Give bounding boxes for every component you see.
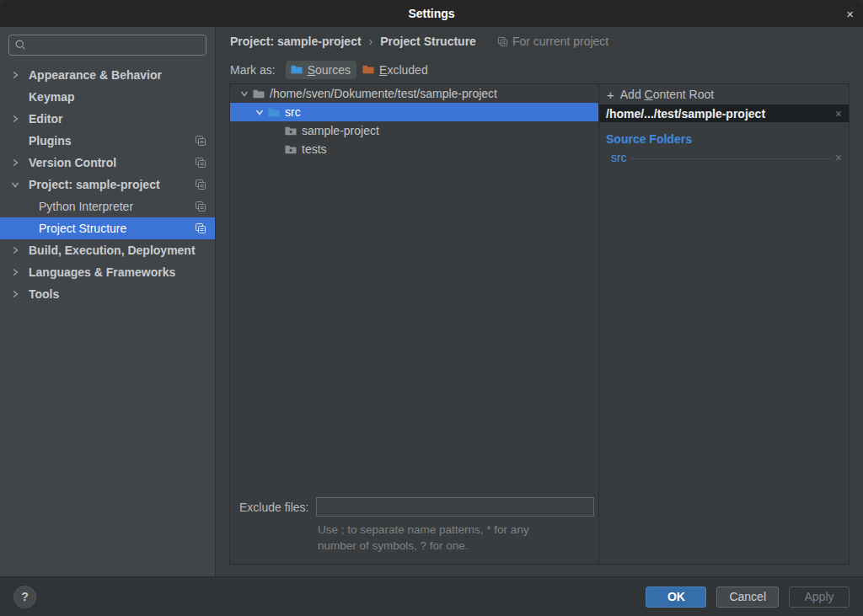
mark-as-label: Mark as: bbox=[230, 63, 276, 77]
per-project-settings-icon bbox=[195, 179, 206, 193]
per-project-settings-icon bbox=[497, 36, 508, 47]
folder-icon bbox=[284, 143, 297, 156]
content-root-details: + Add Content Root /home/.../test/sample… bbox=[599, 84, 849, 564]
sidebar-item-tools[interactable]: Tools bbox=[0, 283, 215, 305]
settings-dialog: Settings × Appearance & Behavior Keymap bbox=[0, 0, 863, 616]
folder-icon bbox=[284, 125, 297, 137]
sidebar-item-project-structure[interactable]: Project Structure bbox=[0, 217, 215, 239]
remove-content-root-icon[interactable]: × bbox=[835, 107, 842, 121]
sidebar-item-version-control[interactable]: Version Control bbox=[0, 152, 215, 174]
tree-row-tests[interactable]: tests bbox=[230, 140, 598, 158]
per-project-settings-icon bbox=[195, 222, 206, 237]
dialog-title: Settings bbox=[408, 7, 454, 20]
breadcrumb-page: Project Structure bbox=[380, 35, 476, 48]
settings-nav: Appearance & Behavior Keymap Editor Plug… bbox=[0, 64, 215, 305]
folder-icon bbox=[252, 88, 265, 100]
project-structure-panel: /home/sven/Dokumente/test/sample-project… bbox=[229, 83, 850, 565]
chevron-right-icon bbox=[11, 246, 29, 254]
help-button[interactable]: ? bbox=[13, 586, 36, 608]
tree-row-content-root[interactable]: /home/sven/Dokumente/test/sample-project bbox=[230, 84, 598, 103]
content-root-entry[interactable]: /home/.../test/sample-project × bbox=[599, 104, 849, 122]
exclude-files-label: Exclude files: bbox=[239, 501, 308, 514]
excluded-folder-icon bbox=[362, 63, 375, 76]
sidebar-item-keymap[interactable]: Keymap bbox=[0, 86, 215, 108]
exclude-files-hint: Use ; to separate name patterns, * for a… bbox=[230, 522, 598, 554]
dotted-leader bbox=[631, 158, 831, 159]
scope-indicator: For current project bbox=[497, 35, 608, 48]
per-project-settings-icon bbox=[195, 157, 206, 171]
search-input[interactable] bbox=[8, 35, 206, 56]
settings-sidebar: Appearance & Behavior Keymap Editor Plug… bbox=[0, 27, 216, 576]
mark-as-excluded-button[interactable]: Excluded bbox=[356, 61, 433, 79]
source-folder-name: src bbox=[611, 151, 627, 164]
settings-content: Project: sample-project › Project Struct… bbox=[216, 27, 863, 576]
chevron-down-icon bbox=[237, 89, 252, 98]
sidebar-item-build-execution-deployment[interactable]: Build, Execution, Deployment bbox=[0, 239, 215, 261]
chevron-right-icon bbox=[11, 71, 29, 79]
close-icon[interactable]: × bbox=[846, 0, 854, 27]
source-folders-header: Source Folders bbox=[599, 122, 849, 146]
source-folder-entry[interactable]: src × bbox=[599, 146, 849, 164]
mark-as-sources-button[interactable]: Sources bbox=[286, 61, 356, 79]
source-folder-icon bbox=[267, 106, 281, 119]
remove-source-folder-icon[interactable]: × bbox=[835, 151, 842, 164]
breadcrumb-project: Project: sample-project bbox=[230, 35, 362, 48]
chevron-right-icon bbox=[11, 158, 29, 167]
content-roots-tree: /home/sven/Dokumente/test/sample-project… bbox=[230, 84, 599, 564]
breadcrumb-separator-icon: › bbox=[369, 35, 373, 48]
chevron-right-icon bbox=[11, 268, 29, 276]
source-folder-icon bbox=[290, 63, 303, 76]
mark-as-toolbar: Mark as: Sources Excluded bbox=[216, 56, 863, 83]
sidebar-item-appearance-behavior[interactable]: Appearance & Behavior bbox=[0, 64, 215, 86]
sidebar-item-project-sample-project[interactable]: Project: sample-project bbox=[0, 174, 215, 196]
plus-icon: + bbox=[607, 88, 614, 102]
tree-row-sample-project[interactable]: sample-project bbox=[230, 121, 598, 140]
exclude-files-input[interactable] bbox=[316, 497, 594, 517]
apply-button[interactable]: Apply bbox=[789, 587, 850, 608]
scope-label: For current project bbox=[512, 35, 608, 48]
search-icon bbox=[14, 39, 27, 51]
breadcrumb: Project: sample-project › Project Struct… bbox=[216, 27, 863, 56]
sidebar-item-plugins[interactable]: Plugins bbox=[0, 130, 215, 152]
sidebar-item-languages-frameworks[interactable]: Languages & Frameworks bbox=[0, 261, 215, 283]
per-project-settings-icon bbox=[195, 201, 206, 215]
content-root-path: /home/.../test/sample-project bbox=[606, 107, 765, 121]
dialog-footer: ? OK Cancel Apply bbox=[0, 576, 863, 616]
ok-button[interactable]: OK bbox=[646, 587, 706, 608]
cancel-button[interactable]: Cancel bbox=[716, 587, 779, 608]
sidebar-item-python-interpreter[interactable]: Python Interpreter bbox=[0, 196, 215, 217]
per-project-settings-icon bbox=[195, 135, 206, 149]
exclude-files-section: Exclude files: Use ; to separate name pa… bbox=[230, 497, 598, 564]
tree-row-src[interactable]: src bbox=[230, 103, 598, 121]
sidebar-item-editor[interactable]: Editor bbox=[0, 108, 215, 130]
chevron-right-icon bbox=[11, 290, 29, 298]
add-content-root-button[interactable]: + Add Content Root bbox=[599, 84, 849, 104]
titlebar: Settings × bbox=[0, 0, 863, 27]
chevron-right-icon bbox=[11, 115, 29, 123]
chevron-down-icon bbox=[11, 180, 29, 189]
chevron-down-icon bbox=[252, 108, 267, 116]
